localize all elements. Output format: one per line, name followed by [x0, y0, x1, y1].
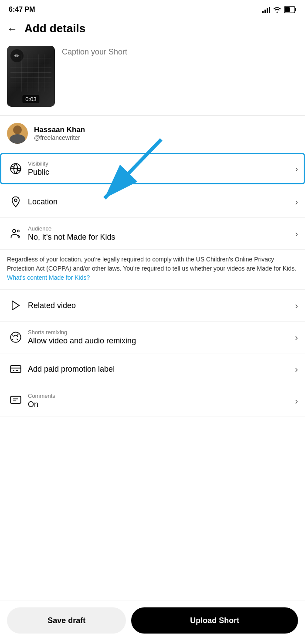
svg-rect-10: [10, 366, 20, 373]
svg-point-6: [14, 199, 17, 202]
page-title: Add details: [24, 22, 85, 35]
svg-rect-1: [295, 8, 296, 11]
location-content: Location: [24, 197, 295, 207]
svg-rect-11: [10, 397, 20, 403]
audience-chevron: ›: [295, 229, 298, 239]
caption-input[interactable]: [62, 46, 298, 57]
paid-promotion-icon: [7, 360, 24, 378]
shorts-remixing-icon: [7, 329, 24, 346]
coppa-notice: Regardless of your location, you're lega…: [0, 250, 305, 290]
comments-label: Comments: [28, 393, 295, 399]
svg-rect-2: [285, 7, 290, 12]
menu-item-visibility[interactable]: Visibility Public ›: [0, 153, 305, 184]
wifi-icon: [273, 6, 281, 13]
status-icons: [262, 6, 296, 13]
status-bar: 6:47 PM: [0, 0, 305, 17]
location-icon: [7, 193, 24, 210]
profile-info: Hassaan Khan @freelancewriter: [34, 125, 85, 141]
menu-item-location[interactable]: Location ›: [0, 186, 305, 218]
menu-item-shorts-remixing[interactable]: Shorts remixing Allow video and audio re…: [0, 322, 305, 353]
video-thumbnail[interactable]: ✏ 0:03: [7, 46, 55, 107]
comments-chevron: ›: [295, 396, 298, 406]
visibility-content: Visibility Public: [24, 160, 295, 177]
related-video-chevron: ›: [295, 301, 298, 311]
paid-promotion-content: Add paid promotion label: [24, 365, 295, 374]
svg-marker-9: [12, 301, 19, 310]
header: ← Add details: [0, 17, 305, 42]
upload-short-button[interactable]: Upload Short: [131, 607, 298, 634]
comments-content: Comments On: [24, 393, 295, 409]
audience-value: No, it's not Made for Kids: [28, 233, 295, 242]
profile-section: Hassaan Khan @freelancewriter: [0, 116, 305, 151]
edit-thumbnail-icon[interactable]: ✏: [10, 49, 24, 62]
related-video-icon: [7, 297, 24, 314]
comments-value: On: [28, 400, 295, 409]
menu-item-comments[interactable]: Comments On ›: [0, 385, 305, 417]
profile-name: Hassaan Khan: [34, 125, 85, 134]
status-time: 6:47 PM: [9, 6, 35, 14]
profile-handle: @freelancewriter: [34, 134, 85, 141]
audience-content: Audience No, it's not Made for Kids: [24, 225, 295, 242]
related-video-content: Related video: [24, 301, 295, 310]
visibility-label: Visibility: [28, 160, 295, 167]
svg-point-8: [17, 230, 20, 232]
related-video-value: Related video: [28, 301, 295, 310]
back-button[interactable]: ←: [7, 24, 17, 34]
save-draft-button[interactable]: Save draft: [7, 607, 126, 634]
menu-item-audience[interactable]: Audience No, it's not Made for Kids ›: [0, 218, 305, 250]
coppa-text: Regardless of your location, you're lega…: [7, 256, 296, 272]
location-value: Location: [28, 197, 295, 207]
video-duration: 0:03: [22, 95, 39, 103]
location-chevron: ›: [295, 197, 298, 207]
paid-promotion-chevron: ›: [295, 364, 298, 374]
bottom-bar: Save draft Upload Short: [0, 600, 305, 644]
shorts-remixing-value: Allow video and audio remixing: [28, 336, 295, 346]
visibility-icon: [7, 160, 24, 177]
battery-icon: [284, 6, 296, 13]
coppa-link[interactable]: What's content Made for Kids?: [7, 274, 90, 281]
caption-section: ✏ 0:03: [0, 42, 305, 116]
shorts-remixing-label: Shorts remixing: [28, 329, 295, 336]
avatar: [7, 123, 28, 144]
shorts-remixing-chevron: ›: [295, 332, 298, 342]
audience-icon: [7, 225, 24, 242]
signal-icon: [262, 6, 270, 13]
menu-item-related-video[interactable]: Related video ›: [0, 290, 305, 322]
visibility-value: Public: [28, 168, 295, 177]
menu-item-paid-promotion[interactable]: Add paid promotion label ›: [0, 353, 305, 385]
comments-icon: [7, 392, 24, 410]
svg-point-7: [13, 230, 16, 233]
shorts-remixing-content: Shorts remixing Allow video and audio re…: [24, 329, 295, 346]
audience-label: Audience: [28, 225, 295, 232]
visibility-chevron: ›: [295, 164, 298, 174]
paid-promotion-value: Add paid promotion label: [28, 365, 295, 374]
